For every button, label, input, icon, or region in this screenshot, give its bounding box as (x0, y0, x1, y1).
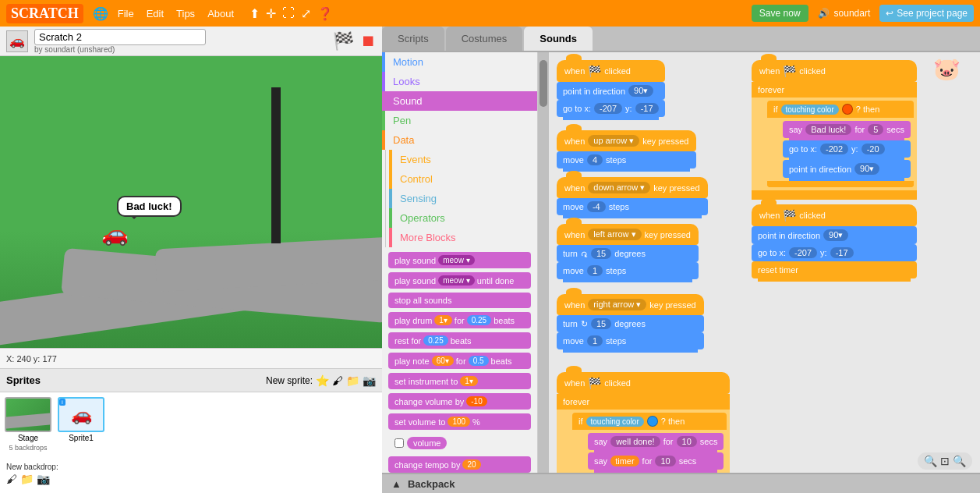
about-menu[interactable]: About (207, 8, 234, 20)
sprites-title: Sprites (6, 374, 41, 386)
scripts-inner: Motion Looks Sound Pen Data Events Contr… (382, 52, 980, 493)
block-set-volume[interactable]: set volume to 100 % (388, 413, 531, 430)
category-sensing[interactable]: Sensing (389, 189, 537, 208)
pill-move-right: 1 (587, 335, 603, 346)
edit-menu[interactable]: Edit (147, 8, 164, 20)
category-more[interactable]: More Blocks (389, 228, 537, 247)
pill-10-2: 10 (655, 456, 675, 466)
pill-instrument: 1▾ (460, 376, 478, 386)
zoom-in-button[interactable]: 🔍 (924, 455, 937, 467)
block-when-down-arrow[interactable]: when down arrow ▾ key pressed (557, 177, 708, 198)
block-change-tempo[interactable]: change tempo by 20 (388, 456, 531, 473)
stage-thumbnail[interactable]: Stage 5 backdrops (5, 397, 51, 452)
block-move-left[interactable]: move 1 steps (557, 262, 699, 279)
tab-sounds[interactable]: Sounds (524, 27, 593, 51)
block-turn-right[interactable]: turn ↻ 15 degrees (557, 315, 704, 332)
sprite-car: 🚗 (101, 221, 129, 247)
category-pen[interactable]: Pen (382, 111, 537, 130)
star-icon[interactable]: ⭐ (316, 374, 329, 387)
workspace[interactable]: when 🏁 clicked point in direction 90▾ go… (549, 52, 980, 493)
fullscreen-icon[interactable]: ⛶ (282, 6, 295, 21)
pill-5-secs: 5 (868, 124, 883, 135)
file-menu[interactable]: File (118, 8, 134, 20)
volume-checkbox[interactable] (394, 438, 404, 448)
block-move-down[interactable]: move -4 steps (557, 198, 708, 215)
sprite-info-badge: i (59, 399, 65, 406)
block-play-drum[interactable]: play drum 1▾ for 0.25 beats (388, 312, 531, 328)
folder-icon[interactable]: 📁 (346, 374, 359, 387)
script-group-5: when right arrow ▾ key pressed turn ↻ 15… (557, 294, 704, 349)
zoom-fit-button[interactable]: ⊡ (940, 455, 950, 467)
block-point-direction-3[interactable]: point in direction 90▾ (752, 226, 917, 244)
camera-icon[interactable]: 📷 (363, 374, 376, 387)
tab-costumes[interactable]: Costumes (446, 27, 523, 51)
block-when-clicked-5[interactable]: when 🏁 clicked (752, 204, 917, 226)
block-point-direction-2[interactable]: point in direction 90▾ (783, 160, 911, 178)
category-sound[interactable]: Sound (382, 91, 537, 111)
pill-x2: -202 (820, 144, 848, 154)
globe-icon[interactable]: 🌐 (93, 6, 108, 21)
category-looks[interactable]: Looks (382, 72, 537, 91)
block-volume-reporter[interactable]: volume (388, 434, 531, 452)
block-when-left-arrow[interactable]: when left arrow ▾ key pressed (557, 224, 699, 245)
block-point-direction[interactable]: point in direction 90▾ (557, 82, 665, 100)
sound-blocks: play sound meow ▾ play sound meow ▾ unti… (382, 247, 537, 493)
move-icon[interactable]: ✛ (266, 6, 276, 21)
block-play-note[interactable]: play note 60▾ for 0.5 beats (388, 353, 531, 369)
block-reset-timer[interactable]: reset timer (752, 261, 917, 278)
block-move-up[interactable]: move 4 steps (557, 151, 696, 168)
block-rest[interactable]: rest for 0.25 beats (388, 332, 531, 349)
block-when-up-arrow[interactable]: when up arrow ▾ key pressed (557, 130, 696, 151)
zoom-out-button[interactable]: 🔍 (953, 455, 966, 467)
block-say-timer[interactable]: say timer for 10 secs (588, 452, 724, 470)
category-data[interactable]: Data (382, 130, 537, 150)
block-stop-sounds[interactable]: stop all sounds (388, 293, 531, 308)
pill-direction: 90▾ (628, 85, 653, 97)
block-play-sound-done[interactable]: play sound meow ▾ until done (388, 272, 531, 289)
category-control[interactable]: Control (389, 169, 537, 189)
block-when-clicked-3[interactable]: when 🏁 clicked (557, 372, 730, 394)
block-goto-2[interactable]: go to x: -202 y: -20 (783, 140, 911, 158)
see-project-button[interactable]: ↩ See project page (879, 5, 974, 22)
toolbar-icons: ⬆ ✛ ⛶ ⤢ ❓ (249, 6, 333, 21)
category-operators[interactable]: Operators (389, 208, 537, 228)
save-button[interactable]: Save now (752, 5, 808, 22)
block-say-bad-luck[interactable]: say Bad luck! for 5 secs (783, 121, 911, 138)
project-name-input[interactable] (34, 29, 206, 45)
block-when-clicked-4[interactable]: when 🏁 clicked (752, 60, 917, 82)
resize-icon[interactable]: ⤢ (301, 6, 311, 21)
block-change-volume[interactable]: change volume by -10 (388, 393, 531, 410)
pill-turn-left: 15 (591, 248, 611, 259)
stop-button[interactable]: ⏹ (360, 32, 376, 50)
block-when-right-arrow[interactable]: when right arrow ▾ key pressed (557, 294, 704, 315)
paint-icon[interactable]: 🖌 (332, 374, 343, 387)
category-motion[interactable]: Motion (382, 52, 537, 72)
script-group-2: when up arrow ▾ key pressed move 4 steps (557, 130, 696, 168)
block-turn-left[interactable]: turn ↻ 15 degrees (557, 245, 699, 262)
forever-label-3: forever (752, 82, 917, 98)
block-goto[interactable]: go to x: -207 y: -17 (557, 100, 665, 117)
green-flag-button[interactable]: 🏁 (333, 31, 354, 51)
block-when-clicked-1[interactable]: when 🏁 clicked (557, 60, 665, 82)
tips-menu[interactable]: Tips (176, 8, 195, 20)
block-set-instrument[interactable]: set instrument to 1▾ (388, 373, 531, 389)
tab-scripts[interactable]: Scripts (382, 27, 444, 51)
category-events[interactable]: Events (389, 150, 537, 169)
backpack-label: Backpack (408, 478, 455, 490)
backpack[interactable]: ▲ Backpack (382, 473, 980, 493)
pill-turn-right: 15 (591, 318, 611, 329)
scroll-thumb[interactable] (540, 60, 547, 107)
paint-backdrop-icon[interactable]: 🖌 (6, 473, 17, 485)
block-move-right[interactable]: move 1 steps (557, 332, 704, 349)
pill-tempo-change: 20 (462, 459, 480, 470)
sprite1-item[interactable]: i 🚗 Sprite1 (58, 397, 104, 442)
speech-bubble: Bad luck! (117, 196, 182, 217)
pill-timer: timer (610, 456, 639, 466)
upload-icon[interactable]: ⬆ (249, 6, 260, 21)
block-goto-3[interactable]: go to x: -207 y: -17 (752, 244, 917, 261)
camera-backdrop-icon[interactable]: 📷 (37, 473, 50, 485)
block-play-sound[interactable]: play sound meow ▾ (388, 252, 531, 268)
help-icon[interactable]: ❓ (317, 6, 333, 21)
block-say-well-done[interactable]: say well done! for 10 secs (588, 433, 724, 450)
folder-backdrop-icon[interactable]: 📁 (20, 473, 34, 485)
